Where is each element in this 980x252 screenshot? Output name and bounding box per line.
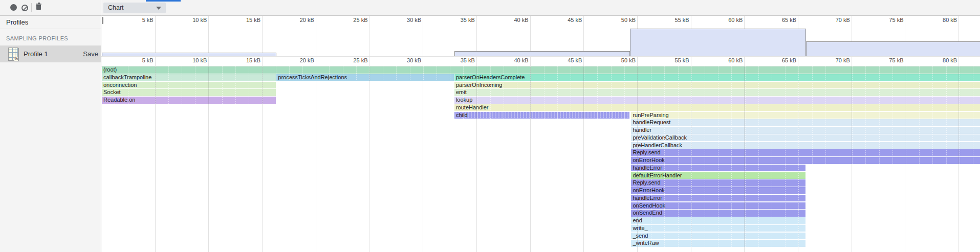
axis-tick: 80 kB	[926, 57, 957, 63]
frame-parserOnHeadersComplete[interactable]: parserOnHeadersComplete	[454, 74, 980, 81]
axis-tick: 5 kB	[123, 57, 154, 63]
frame-handler[interactable]: handler	[631, 127, 980, 134]
axis-tick: 40 kB	[498, 57, 529, 63]
frame-routeHandler[interactable]: routeHandler	[454, 104, 980, 111]
overview-step	[806, 41, 980, 56]
axis-tick: 55 kB	[659, 57, 689, 63]
axis-tick: 60 kB	[712, 57, 743, 63]
axis-tick: 70 kB	[819, 57, 850, 63]
axis-tick: 30 kB	[390, 57, 421, 63]
delete-profile-button[interactable]	[35, 4, 42, 11]
toolbar-separator	[31, 3, 32, 12]
axis-tick: 45 kB	[551, 57, 582, 63]
record-button[interactable]	[10, 4, 17, 11]
clear-profiles-button[interactable]	[21, 5, 29, 12]
memory-profiler-panel: Chart Profiles SAMPLING PROFILES % Profi…	[0, 0, 980, 252]
frame-onSendHook[interactable]: onSendHook	[631, 202, 805, 210]
frame-end[interactable]: end	[631, 217, 805, 224]
frame-lookup[interactable]: lookup	[454, 97, 980, 104]
sidebar-divider	[0, 29, 101, 29]
frame-handleRequest[interactable]: handleRequest	[631, 119, 980, 126]
axis-tick: 20 kB	[284, 57, 314, 63]
axis-tick: 50 kB	[605, 57, 636, 63]
chart-view-toolbar: Chart	[101, 0, 980, 16]
heap-profile-icon: %	[8, 48, 18, 61]
axis-tick: 35 kB	[444, 57, 475, 63]
frame-onSendEnd[interactable]: onSendEnd	[631, 210, 805, 217]
view-mode-select[interactable]: Chart	[103, 3, 166, 13]
frame-runPreParsing[interactable]: runPreParsing	[631, 112, 980, 119]
overview-step	[102, 53, 276, 56]
frame-parserOnIncoming[interactable]: parserOnIncoming	[454, 82, 980, 89]
profile-name: Profile 1	[24, 50, 48, 58]
chart-pane: 5 kB10 kB15 kB20 kB25 kB30 kB35 kB40 kB4…	[101, 16, 980, 252]
flamechart-ruler: 5 kB10 kB15 kB20 kB25 kB30 kB35 kB40 kB4…	[101, 57, 980, 64]
frame-handleError[interactable]: handleError	[631, 195, 805, 202]
frame-_writeRaw[interactable]: _writeRaw	[631, 240, 805, 247]
axis-tick: 65 kB	[766, 57, 796, 63]
frame-onErrorHook[interactable]: onErrorHook	[631, 157, 980, 164]
record-icon	[10, 4, 17, 11]
overview-step	[630, 29, 805, 56]
sidebar-title: Profiles	[6, 18, 28, 26]
frame-Reply.send[interactable]: Reply.send	[631, 179, 805, 187]
view-mode-value: Chart	[108, 4, 124, 11]
frame-Socket[interactable]: Socket	[102, 89, 276, 96]
frame-_send[interactable]: _send	[631, 233, 805, 240]
profiles-sidebar: Profiles SAMPLING PROFILES % Profile 1 S…	[0, 16, 101, 252]
frame-Reply.send[interactable]: Reply.send	[631, 149, 980, 156]
flame-chart: (root)callbackTrampolineprocessTicksAndR…	[101, 66, 980, 252]
frame-Readable.on[interactable]: Readable.on	[102, 97, 276, 104]
axis-tick: 25 kB	[337, 57, 368, 63]
frame-handleError[interactable]: handleError	[631, 165, 805, 172]
frame-processTicksAndRejections[interactable]: processTicksAndRejections	[276, 74, 454, 81]
frame-write_[interactable]: write_	[631, 225, 805, 232]
profiles-toolbar	[0, 0, 101, 16]
frame-defaultErrorHandler[interactable]: defaultErrorHandler	[631, 172, 805, 179]
frame-preValidationCallback[interactable]: preValidationCallback	[631, 134, 980, 142]
overview-bottom-border	[101, 56, 980, 57]
axis-tick: 15 kB	[230, 57, 260, 63]
axis-tick: 75 kB	[873, 57, 904, 63]
frame-preHandlerCallback[interactable]: preHandlerCallback	[631, 142, 980, 149]
frame-root[interactable]: (root)	[102, 66, 980, 74]
overview-step	[454, 51, 630, 56]
axis-tick: 10 kB	[176, 57, 207, 63]
save-profile-link[interactable]: Save	[83, 50, 98, 58]
frame-child[interactable]: child	[454, 112, 629, 119]
frame-emit[interactable]: emit	[454, 89, 980, 96]
frame-onErrorHook[interactable]: onErrorHook	[631, 187, 805, 194]
frame-callbackTrampoline[interactable]: callbackTrampoline	[102, 74, 276, 81]
active-tab-underline	[146, 0, 181, 2]
memory-overview-strip[interactable]	[101, 16, 980, 56]
frame-onconnection[interactable]: onconnection	[102, 82, 276, 89]
sidebar-item-profile-1[interactable]: % Profile 1 Save	[0, 45, 101, 62]
chevron-down-icon	[156, 7, 161, 10]
sampling-profiles-section-label: SAMPLING PROFILES	[6, 35, 68, 41]
block-icon	[21, 5, 28, 11]
